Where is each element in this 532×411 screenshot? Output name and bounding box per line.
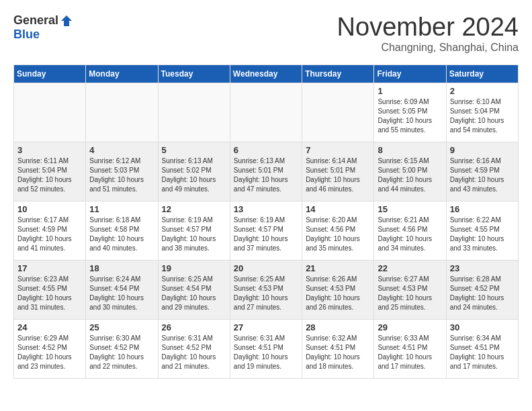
day-number: 18 [89,263,154,273]
calendar-table: SundayMondayTuesdayWednesdayThursdayFrid… [13,64,519,379]
day-number: 9 [450,145,515,155]
day-number: 8 [378,145,442,155]
calendar-cell: 12Sunrise: 6:19 AMSunset: 4:57 PMDayligh… [158,201,230,260]
calendar-cell: 10Sunrise: 6:17 AMSunset: 4:59 PMDayligh… [14,201,86,260]
day-number: 21 [306,263,370,273]
calendar-cell: 6Sunrise: 6:13 AMSunset: 5:01 PMDaylight… [230,142,302,201]
day-info: Sunrise: 6:30 AMSunset: 4:52 PMDaylight:… [89,334,154,371]
calendar-cell: 17Sunrise: 6:23 AMSunset: 4:55 PMDayligh… [14,260,86,319]
calendar-cell: 16Sunrise: 6:22 AMSunset: 4:55 PMDayligh… [446,201,518,260]
day-number: 20 [234,263,298,273]
week-row-5: 24Sunrise: 6:29 AMSunset: 4:52 PMDayligh… [14,319,519,378]
day-header-friday: Friday [374,64,446,83]
day-number: 13 [234,204,298,214]
calendar-cell: 21Sunrise: 6:26 AMSunset: 4:53 PMDayligh… [302,260,374,319]
calendar-cell: 3Sunrise: 6:11 AMSunset: 5:04 PMDaylight… [14,142,86,201]
day-header-tuesday: Tuesday [158,64,230,83]
calendar-cell: 1Sunrise: 6:09 AMSunset: 5:05 PMDaylight… [374,83,446,142]
day-info: Sunrise: 6:33 AMSunset: 4:51 PMDaylight:… [378,334,442,371]
day-number: 16 [450,204,515,214]
week-row-3: 10Sunrise: 6:17 AMSunset: 4:59 PMDayligh… [14,201,519,260]
day-info: Sunrise: 6:25 AMSunset: 4:54 PMDaylight:… [162,275,226,312]
calendar-cell [158,83,230,142]
calendar-cell: 18Sunrise: 6:24 AMSunset: 4:54 PMDayligh… [86,260,158,319]
day-number: 25 [89,322,154,332]
calendar-cell: 4Sunrise: 6:12 AMSunset: 5:03 PMDaylight… [86,142,158,201]
day-info: Sunrise: 6:16 AMSunset: 4:59 PMDaylight:… [450,156,515,194]
calendar-cell: 11Sunrise: 6:18 AMSunset: 4:58 PMDayligh… [86,201,158,260]
day-info: Sunrise: 6:34 AMSunset: 4:51 PMDaylight:… [450,334,515,371]
day-info: Sunrise: 6:17 AMSunset: 4:59 PMDaylight:… [17,216,82,253]
calendar-cell: 22Sunrise: 6:27 AMSunset: 4:53 PMDayligh… [374,260,446,319]
page-header: General Blue November 2024 Changning, Sh… [13,13,519,54]
logo-blue-text: Blue [13,28,40,42]
svg-marker-0 [61,15,72,26]
day-number: 6 [234,145,298,155]
header-row: SundayMondayTuesdayWednesdayThursdayFrid… [14,64,519,83]
day-info: Sunrise: 6:14 AMSunset: 5:01 PMDaylight:… [306,156,370,194]
day-number: 24 [17,322,82,332]
day-info: Sunrise: 6:15 AMSunset: 5:00 PMDaylight:… [378,156,442,194]
day-number: 3 [17,145,82,155]
calendar-cell: 29Sunrise: 6:33 AMSunset: 4:51 PMDayligh… [374,319,446,378]
day-info: Sunrise: 6:29 AMSunset: 4:52 PMDaylight:… [17,334,82,371]
calendar-cell: 23Sunrise: 6:28 AMSunset: 4:52 PMDayligh… [446,260,518,319]
title-area: November 2024 Changning, Shanghai, China [337,13,519,54]
day-number: 11 [89,204,154,214]
day-header-saturday: Saturday [446,64,518,83]
day-info: Sunrise: 6:10 AMSunset: 5:04 PMDaylight:… [450,97,515,135]
day-info: Sunrise: 6:31 AMSunset: 4:51 PMDaylight:… [234,334,298,371]
calendar-cell: 5Sunrise: 6:13 AMSunset: 5:02 PMDaylight… [158,142,230,201]
day-number: 5 [162,145,226,155]
week-row-4: 17Sunrise: 6:23 AMSunset: 4:55 PMDayligh… [14,260,519,319]
logo-general-text: General [13,13,58,28]
calendar-cell [230,83,302,142]
day-header-sunday: Sunday [14,64,86,83]
calendar-cell: 25Sunrise: 6:30 AMSunset: 4:52 PMDayligh… [86,319,158,378]
day-info: Sunrise: 6:09 AMSunset: 5:05 PMDaylight:… [378,97,442,135]
day-info: Sunrise: 6:11 AMSunset: 5:04 PMDaylight:… [17,156,82,194]
month-title: November 2024 [337,13,519,42]
day-number: 4 [89,145,154,155]
calendar-cell: 24Sunrise: 6:29 AMSunset: 4:52 PMDayligh… [14,319,86,378]
day-number: 2 [450,86,515,96]
calendar-cell: 13Sunrise: 6:19 AMSunset: 4:57 PMDayligh… [230,201,302,260]
day-info: Sunrise: 6:20 AMSunset: 4:56 PMDaylight:… [306,216,370,253]
day-number: 1 [378,86,442,96]
day-header-thursday: Thursday [302,64,374,83]
day-number: 26 [162,322,226,332]
day-number: 19 [162,263,226,273]
calendar-cell: 27Sunrise: 6:31 AMSunset: 4:51 PMDayligh… [230,319,302,378]
day-info: Sunrise: 6:21 AMSunset: 4:56 PMDaylight:… [378,216,442,253]
day-info: Sunrise: 6:31 AMSunset: 4:52 PMDaylight:… [162,334,226,371]
day-number: 23 [450,263,515,273]
calendar-cell: 28Sunrise: 6:32 AMSunset: 4:51 PMDayligh… [302,319,374,378]
logo-icon [60,14,73,28]
day-number: 22 [378,263,442,273]
day-info: Sunrise: 6:24 AMSunset: 4:54 PMDaylight:… [89,275,154,312]
calendar-cell: 2Sunrise: 6:10 AMSunset: 5:04 PMDaylight… [446,83,518,142]
day-header-monday: Monday [86,64,158,83]
calendar-cell: 19Sunrise: 6:25 AMSunset: 4:54 PMDayligh… [158,260,230,319]
day-info: Sunrise: 6:28 AMSunset: 4:52 PMDaylight:… [450,275,515,312]
day-info: Sunrise: 6:22 AMSunset: 4:55 PMDaylight:… [450,216,515,253]
calendar-cell: 26Sunrise: 6:31 AMSunset: 4:52 PMDayligh… [158,319,230,378]
day-info: Sunrise: 6:25 AMSunset: 4:53 PMDaylight:… [234,275,298,312]
day-number: 15 [378,204,442,214]
day-number: 30 [450,322,515,332]
calendar-cell: 7Sunrise: 6:14 AMSunset: 5:01 PMDaylight… [302,142,374,201]
day-info: Sunrise: 6:27 AMSunset: 4:53 PMDaylight:… [378,275,442,312]
calendar-cell: 8Sunrise: 6:15 AMSunset: 5:00 PMDaylight… [374,142,446,201]
day-info: Sunrise: 6:32 AMSunset: 4:51 PMDaylight:… [306,334,370,371]
calendar-cell: 15Sunrise: 6:21 AMSunset: 4:56 PMDayligh… [374,201,446,260]
calendar-cell: 9Sunrise: 6:16 AMSunset: 4:59 PMDaylight… [446,142,518,201]
day-info: Sunrise: 6:12 AMSunset: 5:03 PMDaylight:… [89,156,154,194]
day-info: Sunrise: 6:23 AMSunset: 4:55 PMDaylight:… [17,275,82,312]
logo: General Blue [13,13,73,42]
day-info: Sunrise: 6:13 AMSunset: 5:01 PMDaylight:… [234,156,298,194]
calendar-cell [86,83,158,142]
day-info: Sunrise: 6:26 AMSunset: 4:53 PMDaylight:… [306,275,370,312]
day-number: 29 [378,322,442,332]
day-info: Sunrise: 6:19 AMSunset: 4:57 PMDaylight:… [234,216,298,253]
calendar-cell [302,83,374,142]
